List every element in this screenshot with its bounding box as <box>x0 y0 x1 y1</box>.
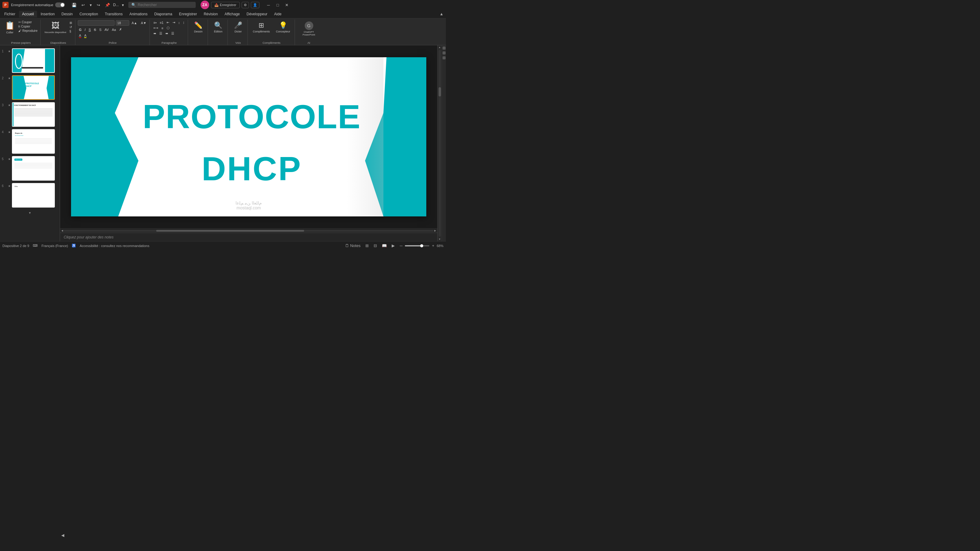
right-panel-btn-1[interactable] <box>442 46 445 49</box>
notes-button[interactable]: 🗒 Notes <box>344 243 362 249</box>
tab-affichage[interactable]: Affichage <box>221 11 243 17</box>
bold-button[interactable]: G <box>78 27 83 32</box>
h-scroll-thumb[interactable] <box>156 230 304 232</box>
save-button[interactable]: 💾 <box>70 2 78 8</box>
h-scroll-right-button[interactable]: ▶ <box>434 229 436 232</box>
increase-font-button[interactable]: A▲ <box>130 21 138 25</box>
chatgpt-button[interactable]: G ChatGPT PowerPoint <box>298 20 321 37</box>
slide-main-view[interactable]: PROTOCOLE DHCP ﻡﺎﻠﻌﻟا ﻦﻣ ﻢﻠﻋا mostaql.co… <box>71 57 426 216</box>
slide-image-3[interactable]: FONCTIONNEMENT DE DHCP <box>12 102 55 127</box>
normal-view-button[interactable]: ⊞ <box>364 243 370 249</box>
h-scroll-track[interactable] <box>64 230 434 232</box>
auto-save-toggle[interactable] <box>55 2 65 7</box>
v-scroll-down-button[interactable]: ▼ <box>438 237 442 241</box>
line-spacing-button[interactable]: ↕ <box>177 21 181 25</box>
font-family-input[interactable] <box>78 20 115 26</box>
undo-button[interactable]: ↩ <box>80 2 87 8</box>
justify-button[interactable]: ☰ <box>170 31 175 36</box>
align-center-button[interactable]: ☰ <box>158 31 164 36</box>
align-text-button[interactable]: ≡ <box>160 26 164 30</box>
right-panel-btn-2[interactable] <box>442 51 445 54</box>
undo-dropdown[interactable]: ▾ <box>88 2 94 8</box>
dicter-button[interactable]: 🎤 Dicter <box>230 20 246 34</box>
share-button[interactable]: ⚙ <box>242 2 249 8</box>
reproduire-button[interactable]: 🖌 Reproduire <box>17 29 38 33</box>
v-scroll-track[interactable] <box>439 50 441 237</box>
indent-inc-button[interactable]: ⇥ <box>171 20 177 25</box>
copier-button[interactable]: ⎘ Copier <box>17 24 38 29</box>
zoom-in-button[interactable]: + <box>431 243 436 249</box>
slide-image-5[interactable]: Découverte <box>12 156 55 181</box>
highlight-button[interactable]: A <box>83 33 88 38</box>
tab-insertion[interactable]: Insertion <box>38 11 58 17</box>
slide-panel-scroll-down[interactable]: ▼ <box>27 211 33 215</box>
align-left-button[interactable]: ⬌ <box>152 31 158 36</box>
v-scroll-up-button[interactable]: ▲ <box>438 45 442 49</box>
concepteur-button[interactable]: 💡 Concepteur <box>274 20 293 34</box>
zoom-out-button[interactable]: ─ <box>398 243 404 249</box>
slide-image-6[interactable]: Offre <box>12 183 55 208</box>
numbering-button[interactable]: ≡1 <box>158 21 165 25</box>
couper-button[interactable]: ✂ Couper <box>17 20 38 24</box>
shadow-button[interactable]: S <box>98 27 103 32</box>
coller-button[interactable]: 📋 Coller <box>3 20 16 35</box>
enregistrer-button[interactable]: 📤 Enregistrer <box>211 2 240 8</box>
layout-button[interactable]: ⊞ <box>68 21 73 25</box>
tab-transitions[interactable]: Transitions <box>102 11 126 17</box>
redo-button[interactable]: ↪ <box>95 2 102 8</box>
bullets-button[interactable]: ≡• <box>152 21 158 25</box>
pin-button[interactable]: 📌 <box>103 2 112 8</box>
maximize-button[interactable]: □ <box>274 1 282 9</box>
close-button[interactable]: ✕ <box>283 1 291 9</box>
text-direction-button[interactable]: ⟷ <box>152 26 159 30</box>
section-button[interactable]: § <box>68 29 73 33</box>
indent-dec-button[interactable]: ⇤ <box>165 20 170 25</box>
v-scroll-thumb[interactable] <box>439 87 441 97</box>
tab-revision[interactable]: Révision <box>200 11 221 17</box>
decrease-font-button[interactable]: A▼ <box>140 21 148 25</box>
tab-animations[interactable]: Animations <box>126 11 150 17</box>
account-button[interactable]: 👤 <box>251 2 259 8</box>
font-color-button[interactable]: A <box>78 33 83 38</box>
minimize-button[interactable]: ─ <box>264 1 273 9</box>
zoom-slider[interactable] <box>405 245 430 246</box>
slide-title-line2[interactable]: DHCP <box>142 149 362 188</box>
slide-image-4[interactable]: Étapes du fonctionnement <box>12 129 55 154</box>
reading-view-button[interactable]: 📖 <box>381 243 388 249</box>
accessibility-label[interactable]: Accessibilité : consultez nos recommanda… <box>80 244 149 248</box>
slide-image-2[interactable]: PROTOCOLEDHCP <box>12 75 55 100</box>
smartart-button[interactable]: ⬡ <box>165 26 171 30</box>
columns-button[interactable]: ⫶ <box>181 21 186 25</box>
clear-format-button[interactable]: ✗ <box>118 27 123 32</box>
tab-enregistrer[interactable]: Enregistrer <box>176 11 200 17</box>
notes-bar[interactable]: Cliquez pour ajouter des notes <box>60 233 438 241</box>
italic-button[interactable]: I <box>83 27 87 32</box>
slide-image-1[interactable] <box>12 48 55 73</box>
char-spacing-button[interactable]: AV <box>103 27 110 32</box>
tab-accueil[interactable]: Accueil <box>19 11 37 17</box>
tab-developpeur[interactable]: Développeur <box>243 11 270 17</box>
dessin-button[interactable]: ✏️ Dessin <box>191 20 206 34</box>
ribbon-collapse-button[interactable]: ▲ <box>438 11 445 17</box>
tab-fichier[interactable]: Fichier <box>1 11 18 17</box>
complements-button[interactable]: ⊞ Compléments <box>250 20 272 34</box>
slide-sorter-button[interactable]: ⊟ <box>372 243 378 249</box>
align-right-button[interactable]: ⬌ <box>164 31 169 36</box>
tab-dessin[interactable]: Dessin <box>59 11 76 17</box>
nouvelle-diapositive-button[interactable]: 🖼 Nouvelle diapositive <box>43 20 67 34</box>
slide-title-line1[interactable]: PROTOCOLE <box>142 97 362 136</box>
strikethrough-button[interactable]: S <box>93 27 97 32</box>
file-dropdown[interactable]: ▾ <box>120 2 126 8</box>
h-scroll-left-button[interactable]: ◀ <box>61 229 63 232</box>
right-panel-btn-3[interactable] <box>442 56 445 59</box>
tab-aide[interactable]: Aide <box>271 11 285 17</box>
tab-diaporama[interactable]: Diaporama <box>151 11 175 17</box>
notes-placeholder[interactable]: Cliquez pour ajouter des notes <box>64 235 114 240</box>
user-avatar[interactable]: ZA <box>200 1 209 9</box>
search-input[interactable] <box>138 3 187 7</box>
tab-conception[interactable]: Conception <box>76 11 101 17</box>
slideshow-button[interactable]: ▶ <box>390 243 396 249</box>
reset-button[interactable]: ↺ <box>68 25 73 29</box>
edition-button[interactable]: 🔍 Édition <box>210 20 226 34</box>
font-size-input[interactable] <box>116 20 129 26</box>
